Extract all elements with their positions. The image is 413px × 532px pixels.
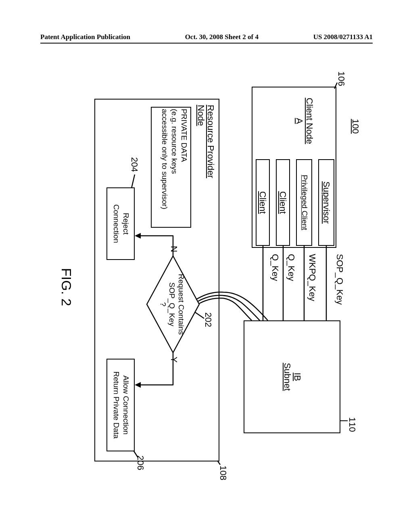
connection-lines <box>40 62 373 482</box>
svg-marker-10 <box>135 233 141 239</box>
svg-line-4 <box>195 312 204 318</box>
svg-line-2 <box>133 451 138 457</box>
svg-line-0 <box>334 83 337 89</box>
svg-line-1 <box>217 461 220 465</box>
figure-2-diagram: 100 Client Node A Supervisor Privileged … <box>40 62 373 482</box>
patent-header: Patent Application Publication Oct. 30, … <box>40 33 373 41</box>
svg-marker-11 <box>135 382 141 388</box>
header-right: US 2008/0271133 A1 <box>313 33 373 41</box>
svg-line-3 <box>131 175 135 188</box>
figure-area: 100 Client Node A Supervisor Privileged … <box>40 62 373 482</box>
header-left: Patent Application Publication <box>40 33 130 41</box>
svg-marker-9 <box>147 256 199 353</box>
header-rule <box>40 43 373 44</box>
header-center: Oct. 30, 2008 Sheet 2 of 4 <box>185 33 259 41</box>
